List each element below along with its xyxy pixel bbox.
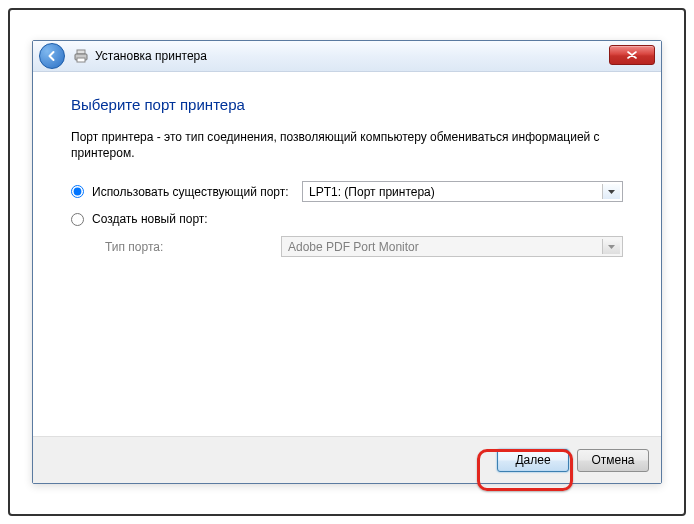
option-create-row: Создать новый порт:: [71, 212, 623, 226]
back-arrow-icon: [45, 49, 59, 63]
radio-create-new-port[interactable]: [71, 213, 84, 226]
window-title: Установка принтера: [95, 49, 207, 63]
port-type-value: Adobe PDF Port Monitor: [288, 240, 419, 254]
page-heading: Выберите порт принтера: [71, 96, 623, 113]
label-port-type: Тип порта:: [105, 240, 281, 254]
svg-rect-2: [77, 58, 85, 62]
close-button[interactable]: [609, 45, 655, 65]
existing-port-value: LPT1: (Порт принтера): [309, 185, 435, 199]
chevron-down-icon: [602, 239, 620, 254]
page-description: Порт принтера - это тип соединения, позв…: [71, 129, 623, 161]
back-button[interactable]: [39, 43, 65, 69]
option-existing-row: Использовать существующий порт: LPT1: (П…: [71, 181, 623, 202]
existing-port-dropdown[interactable]: LPT1: (Порт принтера): [302, 181, 623, 202]
chevron-down-icon: [602, 184, 620, 199]
label-create-new-port[interactable]: Создать новый порт:: [92, 212, 302, 226]
titlebar: Установка принтера: [33, 41, 661, 72]
next-button[interactable]: Далее: [497, 449, 569, 472]
footer: Далее Отмена: [33, 436, 661, 483]
svg-rect-0: [77, 50, 85, 54]
radio-use-existing-port[interactable]: [71, 185, 84, 198]
wizard-window: Установка принтера Выберите порт принтер…: [32, 40, 662, 484]
close-icon: [627, 51, 637, 59]
port-type-dropdown: Adobe PDF Port Monitor: [281, 236, 623, 257]
content-area: Выберите порт принтера Порт принтера - э…: [33, 72, 661, 436]
printer-icon: [73, 48, 89, 64]
port-type-row: Тип порта: Adobe PDF Port Monitor: [71, 236, 623, 257]
cancel-button[interactable]: Отмена: [577, 449, 649, 472]
label-use-existing-port[interactable]: Использовать существующий порт:: [92, 185, 302, 199]
